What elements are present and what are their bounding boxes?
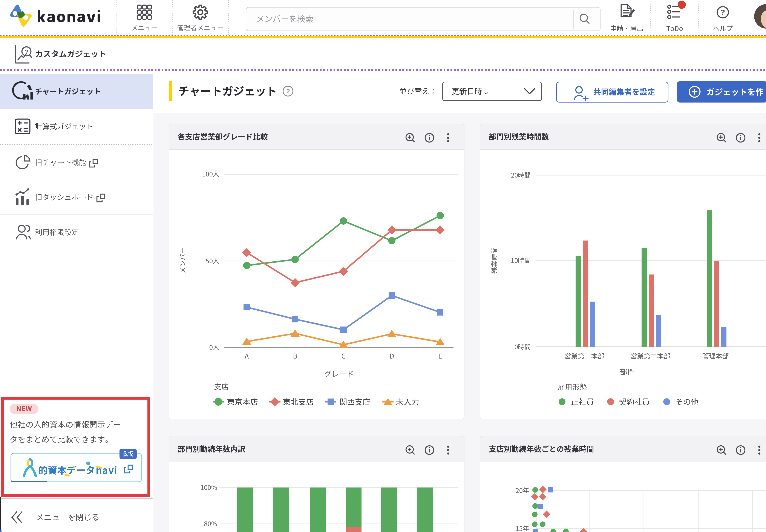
svg-text:?: ?	[25, 48, 28, 55]
svg-text:?: ?	[286, 87, 290, 95]
svg-text:?: ?	[721, 8, 725, 16]
